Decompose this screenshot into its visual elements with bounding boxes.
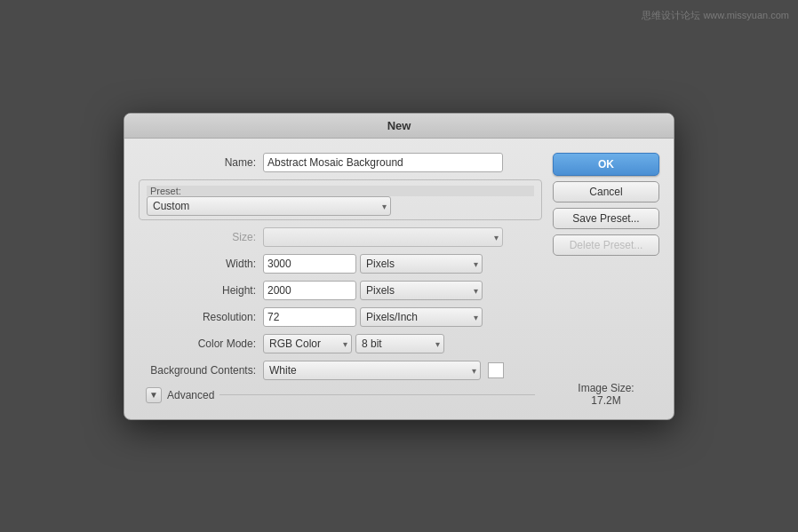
image-size-value: 17.2M bbox=[553, 394, 659, 407]
resolution-input[interactable] bbox=[263, 307, 356, 327]
bg-contents-row-inner: White Background Color Transparent bbox=[263, 361, 504, 380]
color-mode-label: Color Mode: bbox=[139, 337, 263, 350]
preset-select[interactable]: Custom Default Photoshop Size Letter Leg… bbox=[147, 196, 391, 216]
bit-depth-wrapper: 8 bit 16 bit 32 bit bbox=[355, 334, 444, 353]
bg-contents-row: Background Contents: White Background Co… bbox=[139, 361, 542, 380]
color-mode-row: Color Mode: Bitmap Grayscale RGB Color C… bbox=[139, 334, 542, 353]
name-input[interactable] bbox=[263, 153, 503, 172]
dialog-body: Name: Preset: Custom Default Photoshop S… bbox=[124, 139, 674, 419]
height-label: Height: bbox=[139, 284, 263, 297]
resolution-unit-select[interactable]: Pixels/Inch Pixels/Centimeter bbox=[360, 307, 483, 327]
resolution-row: Resolution: Pixels/Inch Pixels/Centimete… bbox=[139, 307, 542, 327]
height-row: Height: Pixels Inches Centimeters bbox=[139, 281, 542, 300]
dialog-titlebar: New bbox=[124, 114, 674, 139]
color-swatch[interactable] bbox=[488, 362, 504, 378]
preset-select-wrapper: Custom Default Photoshop Size Letter Leg… bbox=[147, 196, 391, 216]
advanced-label: Advanced bbox=[167, 389, 214, 401]
dialog-left: Name: Preset: Custom Default Photoshop S… bbox=[139, 153, 542, 407]
image-size-label: Image Size: bbox=[553, 382, 659, 394]
bg-contents-wrapper: White Background Color Transparent bbox=[263, 361, 481, 380]
size-select[interactable] bbox=[263, 227, 503, 247]
width-unit-wrapper: Pixels Inches Centimeters bbox=[360, 254, 483, 274]
size-row: Size: bbox=[139, 227, 542, 247]
new-document-dialog: New Name: Preset: Custom Default Photosh… bbox=[124, 113, 674, 420]
resolution-label: Resolution: bbox=[139, 311, 263, 323]
size-select-wrapper bbox=[263, 227, 503, 247]
watermark: 思维设计论坛 www.missyuan.com bbox=[642, 9, 789, 22]
preset-row: Custom Default Photoshop Size Letter Leg… bbox=[147, 196, 534, 216]
name-label: Name: bbox=[139, 156, 263, 169]
height-input[interactable] bbox=[263, 281, 356, 300]
size-label: Size: bbox=[139, 231, 263, 243]
color-mode-wrapper: Bitmap Grayscale RGB Color CMYK Color La… bbox=[263, 334, 352, 353]
dialog-title: New bbox=[387, 119, 411, 132]
height-unit-select[interactable]: Pixels Inches Centimeters bbox=[360, 281, 483, 300]
advanced-divider bbox=[219, 394, 535, 395]
advanced-toggle-button[interactable]: ▼ bbox=[146, 387, 162, 403]
bg-contents-label: Background Contents: bbox=[139, 364, 263, 377]
resolution-unit-row: Pixels/Inch Pixels/Centimeter bbox=[263, 307, 483, 327]
height-unit-wrapper: Pixels Inches Centimeters bbox=[360, 281, 483, 300]
height-unit-row: Pixels Inches Centimeters bbox=[263, 281, 483, 300]
preset-legend: Preset: bbox=[147, 186, 534, 196]
delete-preset-button[interactable]: Delete Preset... bbox=[553, 234, 659, 256]
width-unit-select[interactable]: Pixels Inches Centimeters bbox=[360, 254, 483, 274]
color-mode-select[interactable]: Bitmap Grayscale RGB Color CMYK Color La… bbox=[263, 334, 352, 353]
color-mode-unit-row: Bitmap Grayscale RGB Color CMYK Color La… bbox=[263, 334, 444, 353]
dialog-right: OK Cancel Save Preset... Delete Preset..… bbox=[553, 153, 659, 407]
width-row: Width: Pixels Inches Centimeters bbox=[139, 254, 542, 274]
save-preset-button[interactable]: Save Preset... bbox=[553, 208, 659, 229]
name-row: Name: bbox=[139, 153, 542, 172]
advanced-row: ▼ Advanced bbox=[139, 387, 542, 407]
cancel-button[interactable]: Cancel bbox=[553, 181, 659, 202]
resolution-unit-wrapper: Pixels/Inch Pixels/Centimeter bbox=[360, 307, 483, 327]
bit-depth-select[interactable]: 8 bit 16 bit 32 bit bbox=[355, 334, 444, 353]
width-label: Width: bbox=[139, 258, 263, 270]
width-unit-row: Pixels Inches Centimeters bbox=[263, 254, 483, 274]
ok-button[interactable]: OK bbox=[553, 153, 659, 176]
preset-fieldset: Preset: Custom Default Photoshop Size Le… bbox=[139, 179, 542, 220]
bg-contents-select[interactable]: White Background Color Transparent bbox=[263, 361, 481, 380]
image-size-block: Image Size: 17.2M bbox=[553, 373, 659, 407]
width-input[interactable] bbox=[263, 254, 356, 274]
